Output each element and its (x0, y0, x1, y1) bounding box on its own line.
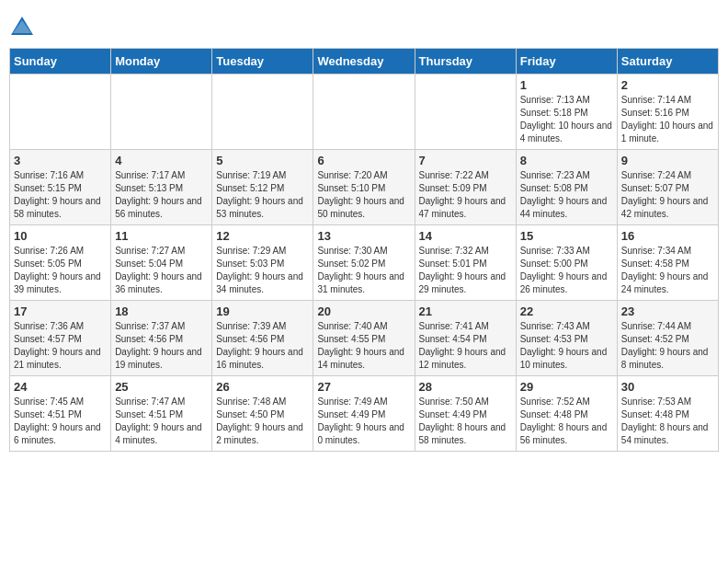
calendar-cell: 20Sunrise: 7:40 AM Sunset: 4:55 PM Dayli… (313, 301, 415, 376)
cell-info: Sunrise: 7:16 AM Sunset: 5:15 PM Dayligh… (14, 169, 107, 221)
calendar-week-row: 17Sunrise: 7:36 AM Sunset: 4:57 PM Dayli… (10, 301, 719, 376)
cell-info: Sunrise: 7:22 AM Sunset: 5:09 PM Dayligh… (419, 169, 512, 221)
cell-info: Sunrise: 7:33 AM Sunset: 5:00 PM Dayligh… (520, 245, 613, 296)
svg-marker-1 (13, 20, 31, 33)
calendar-cell: 9Sunrise: 7:24 AM Sunset: 5:07 PM Daylig… (617, 150, 718, 225)
day-number: 13 (317, 229, 410, 243)
day-number: 20 (317, 304, 410, 318)
calendar-cell: 8Sunrise: 7:23 AM Sunset: 5:08 PM Daylig… (516, 150, 617, 225)
calendar-header-row: SundayMondayTuesdayWednesdayThursdayFrid… (10, 49, 719, 75)
day-header-friday: Friday (516, 49, 617, 75)
day-number: 7 (419, 154, 512, 167)
day-number: 8 (520, 154, 613, 167)
calendar-cell: 1Sunrise: 7:13 AM Sunset: 5:18 PM Daylig… (516, 75, 617, 150)
day-header-monday: Monday (111, 49, 212, 75)
calendar-cell: 25Sunrise: 7:47 AM Sunset: 4:51 PM Dayli… (111, 376, 212, 452)
cell-info: Sunrise: 7:36 AM Sunset: 4:57 PM Dayligh… (14, 320, 107, 372)
calendar-cell: 22Sunrise: 7:43 AM Sunset: 4:53 PM Dayli… (516, 301, 617, 376)
calendar-cell: 17Sunrise: 7:36 AM Sunset: 4:57 PM Dayli… (10, 301, 111, 376)
cell-info: Sunrise: 7:52 AM Sunset: 4:48 PM Dayligh… (520, 396, 613, 447)
cell-info: Sunrise: 7:43 AM Sunset: 4:53 PM Dayligh… (520, 320, 613, 372)
calendar-week-row: 3Sunrise: 7:16 AM Sunset: 5:15 PM Daylig… (10, 150, 719, 225)
calendar-cell: 27Sunrise: 7:49 AM Sunset: 4:49 PM Dayli… (313, 376, 415, 452)
calendar-cell: 12Sunrise: 7:29 AM Sunset: 5:03 PM Dayli… (212, 225, 313, 301)
day-number: 21 (419, 304, 512, 318)
cell-info: Sunrise: 7:50 AM Sunset: 4:49 PM Dayligh… (419, 396, 512, 447)
day-number: 23 (621, 304, 714, 318)
day-number: 1 (520, 78, 613, 92)
cell-info: Sunrise: 7:34 AM Sunset: 4:58 PM Dayligh… (621, 245, 714, 296)
cell-info: Sunrise: 7:29 AM Sunset: 5:03 PM Dayligh… (216, 245, 309, 296)
day-number: 2 (621, 78, 714, 92)
calendar-cell: 4Sunrise: 7:17 AM Sunset: 5:13 PM Daylig… (111, 150, 212, 225)
calendar-cell: 15Sunrise: 7:33 AM Sunset: 5:00 PM Dayli… (516, 225, 617, 301)
day-number: 11 (115, 229, 208, 243)
day-number: 4 (115, 154, 208, 167)
calendar-cell: 24Sunrise: 7:45 AM Sunset: 4:51 PM Dayli… (10, 376, 111, 452)
cell-info: Sunrise: 7:20 AM Sunset: 5:10 PM Dayligh… (317, 169, 410, 221)
calendar-cell: 2Sunrise: 7:14 AM Sunset: 5:16 PM Daylig… (617, 75, 718, 150)
cell-info: Sunrise: 7:49 AM Sunset: 4:49 PM Dayligh… (317, 396, 410, 447)
cell-info: Sunrise: 7:27 AM Sunset: 5:04 PM Dayligh… (115, 245, 208, 296)
day-number: 18 (115, 304, 208, 318)
day-number: 24 (14, 380, 107, 394)
day-number: 10 (14, 229, 107, 243)
calendar-cell: 18Sunrise: 7:37 AM Sunset: 4:56 PM Dayli… (111, 301, 212, 376)
cell-info: Sunrise: 7:30 AM Sunset: 5:02 PM Dayligh… (317, 245, 410, 296)
calendar-cell: 5Sunrise: 7:19 AM Sunset: 5:12 PM Daylig… (212, 150, 313, 225)
cell-info: Sunrise: 7:13 AM Sunset: 5:18 PM Dayligh… (520, 94, 613, 145)
calendar-cell: 14Sunrise: 7:32 AM Sunset: 5:01 PM Dayli… (415, 225, 516, 301)
cell-info: Sunrise: 7:14 AM Sunset: 5:16 PM Dayligh… (621, 94, 714, 145)
day-number: 6 (317, 154, 410, 167)
calendar-cell: 16Sunrise: 7:34 AM Sunset: 4:58 PM Dayli… (617, 225, 718, 301)
day-number: 29 (520, 380, 613, 394)
day-number: 9 (621, 154, 714, 167)
cell-info: Sunrise: 7:19 AM Sunset: 5:12 PM Dayligh… (216, 169, 309, 221)
cell-info: Sunrise: 7:40 AM Sunset: 4:55 PM Dayligh… (317, 320, 410, 372)
calendar-week-row: 1Sunrise: 7:13 AM Sunset: 5:18 PM Daylig… (10, 75, 719, 150)
day-header-tuesday: Tuesday (212, 49, 313, 75)
calendar-cell: 7Sunrise: 7:22 AM Sunset: 5:09 PM Daylig… (415, 150, 516, 225)
calendar-cell: 29Sunrise: 7:52 AM Sunset: 4:48 PM Dayli… (516, 376, 617, 452)
calendar-week-row: 10Sunrise: 7:26 AM Sunset: 5:05 PM Dayli… (10, 225, 719, 301)
cell-info: Sunrise: 7:53 AM Sunset: 4:48 PM Dayligh… (621, 396, 714, 447)
day-number: 19 (216, 304, 309, 318)
calendar-cell: 19Sunrise: 7:39 AM Sunset: 4:56 PM Dayli… (212, 301, 313, 376)
cell-info: Sunrise: 7:48 AM Sunset: 4:50 PM Dayligh… (216, 396, 309, 447)
calendar-cell: 11Sunrise: 7:27 AM Sunset: 5:04 PM Dayli… (111, 225, 212, 301)
day-number: 12 (216, 229, 309, 243)
day-number: 22 (520, 304, 613, 318)
cell-info: Sunrise: 7:32 AM Sunset: 5:01 PM Dayligh… (419, 245, 512, 296)
day-number: 5 (216, 154, 309, 167)
day-number: 15 (520, 229, 613, 243)
calendar-body: 1Sunrise: 7:13 AM Sunset: 5:18 PM Daylig… (10, 75, 719, 452)
cell-info: Sunrise: 7:45 AM Sunset: 4:51 PM Dayligh… (14, 396, 107, 447)
calendar-cell: 23Sunrise: 7:44 AM Sunset: 4:52 PM Dayli… (617, 301, 718, 376)
day-header-sunday: Sunday (10, 49, 111, 75)
day-number: 17 (14, 304, 107, 318)
cell-info: Sunrise: 7:24 AM Sunset: 5:07 PM Dayligh… (621, 169, 714, 221)
cell-info: Sunrise: 7:23 AM Sunset: 5:08 PM Dayligh… (520, 169, 613, 221)
day-number: 14 (419, 229, 512, 243)
calendar-cell: 30Sunrise: 7:53 AM Sunset: 4:48 PM Dayli… (617, 376, 718, 452)
cell-info: Sunrise: 7:39 AM Sunset: 4:56 PM Dayligh… (216, 320, 309, 372)
logo (9, 15, 39, 40)
calendar-cell: 21Sunrise: 7:41 AM Sunset: 4:54 PM Dayli… (415, 301, 516, 376)
header (9, 9, 719, 40)
day-number: 3 (14, 154, 107, 167)
day-number: 27 (317, 380, 410, 394)
calendar-week-row: 24Sunrise: 7:45 AM Sunset: 4:51 PM Dayli… (10, 376, 719, 452)
cell-info: Sunrise: 7:44 AM Sunset: 4:52 PM Dayligh… (621, 320, 714, 372)
day-header-saturday: Saturday (617, 49, 718, 75)
cell-info: Sunrise: 7:17 AM Sunset: 5:13 PM Dayligh… (115, 169, 208, 221)
cell-info: Sunrise: 7:41 AM Sunset: 4:54 PM Dayligh… (419, 320, 512, 372)
day-number: 30 (621, 380, 714, 394)
cell-info: Sunrise: 7:47 AM Sunset: 4:51 PM Dayligh… (115, 396, 208, 447)
calendar-cell (313, 75, 415, 150)
cell-info: Sunrise: 7:37 AM Sunset: 4:56 PM Dayligh… (115, 320, 208, 372)
day-header-thursday: Thursday (415, 49, 516, 75)
calendar-cell: 13Sunrise: 7:30 AM Sunset: 5:02 PM Dayli… (313, 225, 415, 301)
calendar-cell: 10Sunrise: 7:26 AM Sunset: 5:05 PM Dayli… (10, 225, 111, 301)
calendar-cell (111, 75, 212, 150)
calendar-cell: 28Sunrise: 7:50 AM Sunset: 4:49 PM Dayli… (415, 376, 516, 452)
